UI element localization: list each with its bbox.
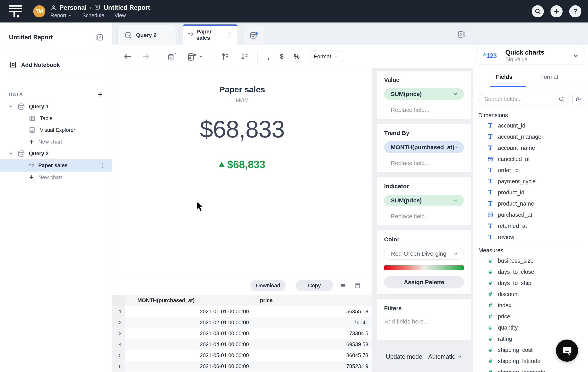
undo-arrow-icon[interactable] <box>123 52 132 61</box>
query-icon <box>17 103 25 111</box>
tab-paper-sales-active[interactable]: ^2 Paper sales ⋮ <box>183 24 238 45</box>
global-search-button[interactable] <box>532 5 544 17</box>
big-value-number: $68,833 <box>200 116 285 143</box>
filters-dropzone[interactable]: Add fields here... <box>384 318 464 325</box>
field-item[interactable]: #price <box>478 311 588 322</box>
sort-descending-icon[interactable] <box>240 51 250 62</box>
chart-toolbar: , $ % Format <box>112 45 473 68</box>
field-item[interactable]: Treturned_at <box>478 220 588 232</box>
replace-field-dropzone[interactable]: Replace field... <box>384 160 464 166</box>
number-field-icon: # <box>487 302 494 308</box>
expanded-view-icon[interactable] <box>354 282 361 289</box>
kebab-menu-icon[interactable]: ⋮ <box>99 162 105 169</box>
sidebar-item-visual-explorer[interactable]: Visual Explorer <box>0 124 112 136</box>
chevron-down-icon[interactable] <box>9 151 14 156</box>
value-field-pill[interactable]: SUM(price) <box>384 88 464 100</box>
sidebar-item-table[interactable]: Table <box>0 112 112 124</box>
table-row: 42021-04-01 00:00:0069539.58 <box>112 339 372 350</box>
field-item[interactable]: Torder_id <box>478 165 588 176</box>
field-item[interactable]: Treview <box>478 232 588 243</box>
currency-format-button[interactable]: $ <box>280 53 284 60</box>
filters-card-title: Filters <box>384 305 464 312</box>
field-item[interactable]: Tpayment_cycle <box>478 176 588 187</box>
search-fields-input[interactable] <box>478 93 569 106</box>
chat-widget-button[interactable] <box>556 340 578 362</box>
field-item[interactable]: #business_size <box>478 255 588 266</box>
breadcrumb-workspace[interactable]: Personal <box>59 4 87 11</box>
user-avatar[interactable]: TM <box>33 5 45 17</box>
update-mode-select[interactable]: Automatic <box>428 353 462 360</box>
tab-format[interactable]: Format <box>540 74 558 80</box>
thousands-separator-button[interactable]: , <box>268 53 270 60</box>
replace-field-dropzone[interactable]: Replace field... <box>384 213 464 220</box>
field-item[interactable]: cancelled_at <box>478 154 588 165</box>
field-item[interactable]: Tproduct_name <box>478 198 588 209</box>
field-item[interactable]: #quantity <box>478 322 588 333</box>
measures-label: Measures <box>478 247 588 254</box>
create-new-button[interactable] <box>550 5 563 17</box>
sidebar-item-new-chart-q1[interactable]: New chart <box>0 136 112 148</box>
big-value-type-icon: ^123 <box>483 52 497 59</box>
app-logo-icon[interactable] <box>9 5 23 18</box>
expand-panel-icon[interactable] <box>457 30 466 39</box>
menu-view[interactable]: View <box>115 12 126 19</box>
big-value-chart-icon: ^2 <box>188 32 193 38</box>
number-field-icon: # <box>487 358 494 364</box>
collapse-sidebar-icon[interactable] <box>94 33 104 42</box>
sidebar-item-new-chart-q2[interactable]: New chart <box>0 171 112 183</box>
active-tab-underline <box>490 86 526 87</box>
field-item[interactable]: Taccount_name <box>478 142 588 154</box>
percent-format-button[interactable]: % <box>294 53 299 60</box>
toolbar-divider <box>158 50 158 63</box>
update-mode-label: Update mode: <box>386 353 424 360</box>
field-item[interactable]: #discount <box>478 289 588 300</box>
text-field-icon: T <box>487 234 494 240</box>
filters-card: Filters Add fields here... <box>377 299 471 340</box>
update-mode-row: Update mode: Automatic <box>377 353 471 360</box>
chevron-down-icon[interactable] <box>199 54 203 59</box>
indicator-field-pill[interactable]: SUM(price) <box>384 195 464 206</box>
menu-schedule[interactable]: Schedule <box>82 12 104 19</box>
field-item[interactable]: #shipping_longitude <box>478 367 588 372</box>
palette-select[interactable]: Red-Green Diverging <box>384 248 464 260</box>
field-item[interactable]: #days_to_close <box>478 266 588 277</box>
indicator-card: Indicator SUM(price) Replace field... <box>377 177 471 226</box>
table-row: 22021-02-01 00:00:0076141 <box>112 317 372 328</box>
help-button[interactable]: ? <box>569 5 581 17</box>
format-dropdown-button[interactable]: Format <box>309 50 344 63</box>
indicator-card-title: Indicator <box>384 183 464 190</box>
field-item[interactable]: #index <box>478 300 588 311</box>
add-query-button[interactable] <box>97 91 103 98</box>
sidebar-item-query1[interactable]: Query 1 <box>0 101 112 112</box>
collapsed-view-icon[interactable] <box>340 282 346 289</box>
sort-ascending-icon[interactable] <box>220 51 231 62</box>
chevron-down-icon[interactable] <box>9 104 14 109</box>
tab-query2[interactable]: Query 2 <box>117 25 176 45</box>
text-field-icon: T <box>487 190 494 195</box>
redo-arrow-icon[interactable] <box>141 52 150 61</box>
field-item[interactable]: purchased_at <box>478 209 588 220</box>
query-icon <box>17 149 25 158</box>
download-button[interactable]: Download <box>250 280 286 291</box>
assign-palette-button[interactable]: Assign Palette <box>384 276 464 288</box>
chevron-down-icon <box>334 54 339 59</box>
add-formula-button[interactable]: fx+ <box>572 93 585 106</box>
remove-field-icon[interactable] <box>187 51 198 62</box>
copy-button[interactable]: Copy <box>296 280 333 291</box>
tab-fields[interactable]: Fields <box>496 74 512 80</box>
field-item[interactable]: Tproduct_id <box>478 187 588 198</box>
field-item[interactable]: Taccount_id <box>478 120 588 131</box>
sidebar-item-query2[interactable]: Query 2 <box>0 148 112 159</box>
breadcrumb-report[interactable]: Untitled Report <box>103 4 150 11</box>
add-notebook-button[interactable]: Add Notebook <box>0 61 112 69</box>
quick-charts-selector[interactable]: ^123 Quick charts Big Value <box>476 47 585 65</box>
replace-field-dropzone[interactable]: Replace field... <box>384 106 464 113</box>
sidebar-item-paper-sales[interactable]: ^2 Paper sales ⋮ <box>0 159 112 171</box>
add-field-icon[interactable] <box>167 51 178 62</box>
add-chart-tab-button[interactable] <box>243 25 264 45</box>
field-item[interactable]: Taccount_manager <box>478 131 588 142</box>
menu-report[interactable]: Report <box>51 12 72 19</box>
kebab-menu-icon[interactable]: ⋮ <box>227 31 233 38</box>
trend-field-pill[interactable]: MONTH(purchased_at) <box>384 141 464 153</box>
field-item[interactable]: #days_to_ship <box>478 277 588 289</box>
